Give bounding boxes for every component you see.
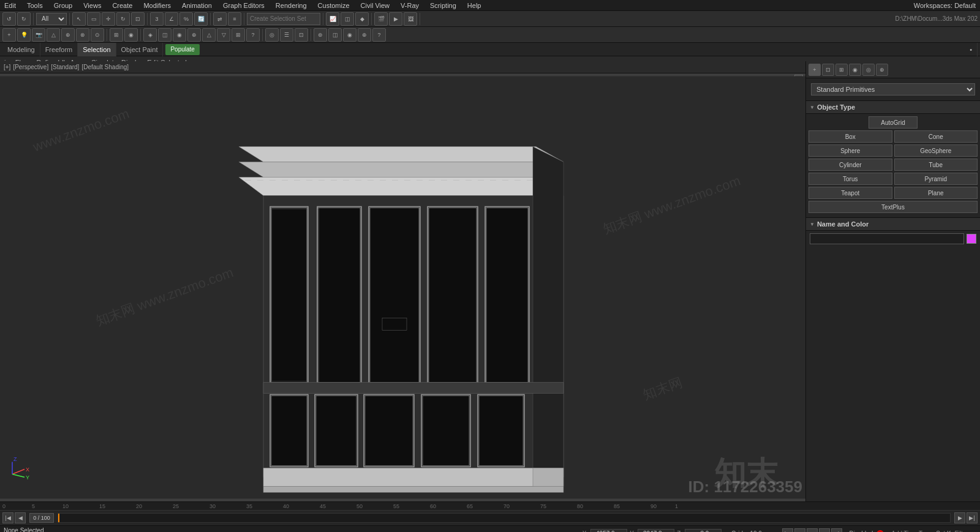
tb-btn-16[interactable]: ? (372, 28, 386, 42)
cylinder-btn[interactable]: Cylinder (809, 159, 892, 171)
undo-btn[interactable]: ↺ (2, 12, 16, 26)
light-btn[interactable]: 💡 (17, 28, 31, 42)
color-swatch[interactable] (967, 234, 976, 244)
menu-item-customize[interactable]: Customize (316, 2, 352, 9)
grid-view-btn[interactable]: ⊞ (110, 28, 123, 42)
filter-dropdown[interactable]: All (36, 13, 67, 25)
goto-start-btn[interactable]: |◀ (2, 512, 13, 523)
select-region-btn[interactable]: ▭ (87, 12, 100, 26)
goto-end-btn[interactable]: ▶| (967, 512, 978, 523)
systems-btn[interactable]: ⊙ (91, 28, 104, 42)
render-setup-btn[interactable]: 🎬 (374, 12, 388, 26)
primitives-dropdown[interactable]: Standard Primitives (811, 83, 975, 96)
menu-item-civil-view[interactable]: Civil View (359, 2, 391, 9)
object-name-input[interactable] (810, 233, 964, 244)
menu-item-edit[interactable]: Edit (2, 2, 18, 9)
align-btn[interactable]: ≡ (228, 12, 241, 26)
name-color-header[interactable]: ▼ Name and Color (806, 217, 980, 231)
tab-object-paint[interactable]: Object Paint (116, 43, 164, 56)
geosphere-btn[interactable]: GeoSphere (894, 144, 978, 157)
tb-btn-3[interactable]: ◉ (173, 28, 186, 42)
tab-populate[interactable]: Populate (165, 44, 199, 55)
tab-modeling[interactable]: Modeling (2, 43, 40, 56)
timeline-track[interactable] (58, 513, 951, 523)
render-frame-btn[interactable]: 🖼 (404, 12, 417, 26)
panel-icon-display[interactable]: ◎ (862, 64, 875, 76)
tb-btn-6[interactable]: ▽ (217, 28, 230, 42)
rotate-btn[interactable]: ↻ (116, 12, 130, 26)
coord-y-input[interactable] (638, 529, 674, 533)
torus-btn[interactable]: Torus (809, 173, 892, 185)
tb-btn-2[interactable]: ◫ (158, 28, 172, 42)
menu-item-animation[interactable]: Animation (180, 2, 214, 9)
tb-btn-1[interactable]: ◈ (143, 28, 157, 42)
select-btn[interactable]: ↖ (72, 12, 86, 26)
named-selection-input[interactable] (247, 13, 320, 25)
menu-item-help[interactable]: Help (466, 2, 483, 9)
camera-btn[interactable]: 📷 (32, 28, 45, 42)
tb-btn-7[interactable]: ⊞ (232, 28, 245, 42)
pyramid-btn[interactable]: Pyramid (894, 173, 978, 185)
playback-next-btn[interactable]: ▶| (831, 528, 842, 533)
space-warps-btn[interactable]: ⊗ (76, 28, 89, 42)
viewport-plus-btn[interactable]: [+] (4, 64, 10, 70)
tube-btn[interactable]: Tube (894, 159, 978, 171)
panel-icon-hierarchy[interactable]: ⊞ (835, 64, 848, 76)
tab-selection[interactable]: Selection (78, 43, 116, 56)
tb-btn-10[interactable]: ☰ (280, 28, 293, 42)
tb-btn-12[interactable]: ⊛ (314, 28, 327, 42)
prev-frame-btn[interactable]: ◀ (15, 512, 26, 523)
angle-snap-btn[interactable]: ∠ (165, 12, 178, 26)
playback-next-frame-btn[interactable]: ▶ (819, 528, 830, 533)
tb-btn-13[interactable]: ◫ (328, 28, 342, 42)
perspective-btn[interactable]: ◉ (124, 28, 138, 42)
playback-prev-frame-btn[interactable]: ◀ (794, 528, 805, 533)
autogrid-btn[interactable]: AutoGrid (869, 116, 918, 129)
plane-btn[interactable]: Plane (894, 187, 978, 199)
material-editor-btn[interactable]: ◆ (355, 12, 369, 26)
tb-btn-11[interactable]: ⊡ (295, 28, 308, 42)
menu-item-group[interactable]: Group (52, 2, 75, 9)
tb-btn-5[interactable]: △ (202, 28, 216, 42)
menu-item-rendering[interactable]: Rendering (274, 2, 309, 9)
cone-btn[interactable]: Cone (894, 130, 978, 143)
menu-item-create[interactable]: Create (110, 2, 134, 9)
tb-btn-8[interactable]: ? (246, 28, 260, 42)
snap-btn[interactable]: 3 (150, 12, 164, 26)
tab-dot[interactable]: • (965, 43, 978, 56)
panel-icon-modify[interactable]: ⊡ (822, 64, 834, 76)
percent-snap-btn[interactable]: % (179, 12, 193, 26)
shapes-btn[interactable]: △ (47, 28, 60, 42)
move-btn[interactable]: ✛ (102, 12, 115, 26)
viewport-perspective-label[interactable]: [Perspective] (13, 64, 48, 70)
object-type-header[interactable]: ▼ Object Type (806, 100, 980, 114)
spinner-snap-btn[interactable]: 🔄 (194, 12, 208, 26)
tb-btn-4[interactable]: ⊕ (187, 28, 201, 42)
menu-item-tools[interactable]: Tools (25, 2, 45, 9)
playback-play-btn[interactable]: ▶ (807, 528, 818, 533)
menu-item-modifiers[interactable]: Modifiers (141, 2, 173, 9)
menu-item-scripting[interactable]: Scripting (428, 2, 458, 9)
menu-item-graph-editors[interactable]: Graph Editors (221, 2, 266, 9)
coord-x-input[interactable] (590, 529, 627, 533)
viewport-shading-label[interactable]: [Default Shading] (81, 64, 129, 70)
tb-btn-14[interactable]: ◉ (343, 28, 356, 42)
panel-icon-create[interactable]: + (809, 64, 821, 76)
menu-item-views[interactable]: Views (81, 2, 103, 9)
panel-icon-motion[interactable]: ◉ (849, 64, 861, 76)
tb-btn-9[interactable]: ◎ (265, 28, 279, 42)
helpers-btn[interactable]: ⊕ (61, 28, 75, 42)
tb-btn-15[interactable]: ⊕ (358, 28, 371, 42)
frame-counter[interactable]: 0 / 100 (29, 513, 54, 523)
redo-btn[interactable]: ↻ (17, 12, 31, 26)
teapot-btn[interactable]: Teapot (809, 187, 892, 199)
next-frame-btn[interactable]: ▶ (954, 512, 965, 523)
render-btn[interactable]: ▶ (389, 12, 402, 26)
curve-editor-btn[interactable]: 📈 (326, 12, 339, 26)
panel-icon-utilities[interactable]: ⊕ (876, 64, 888, 76)
textplus-btn[interactable]: TextPlus (809, 201, 978, 213)
viewport-standard-label[interactable]: [Standard] (51, 64, 79, 70)
sphere-btn[interactable]: Sphere (809, 144, 892, 157)
create-tab-btn[interactable]: + (2, 28, 16, 42)
scale-btn[interactable]: ⊡ (131, 12, 145, 26)
